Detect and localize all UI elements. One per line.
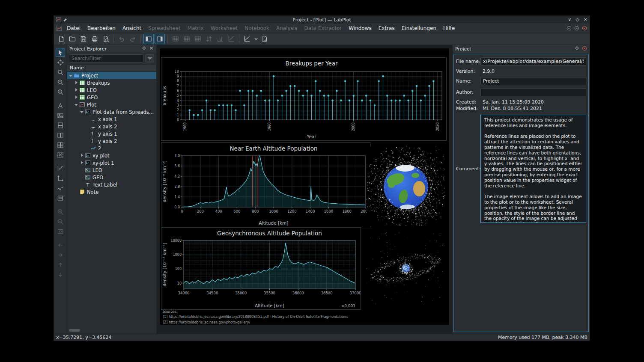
tree-item-project[interactable]: Project [67, 72, 156, 79]
menu-notebook: Notebook [241, 24, 273, 32]
sources-text-label[interactable]: Sources:[1] https://orbitaldebris.jsc.na… [163, 309, 348, 325]
shade-button[interactable]: ∨ [568, 16, 571, 23]
menu-bearbeiten[interactable]: Bearbeiten [84, 24, 119, 32]
tree-item-x-axis-1[interactable]: x axis 1 [67, 116, 156, 123]
zoom-y-select-tool-button[interactable] [56, 87, 65, 96]
expander-open-icon[interactable] [74, 102, 79, 107]
float-dock-icon[interactable] [575, 46, 579, 52]
add-image-tool-button[interactable] [56, 111, 65, 120]
menu-ansicht[interactable]: Ansicht [119, 24, 145, 32]
expander-closed-icon[interactable] [74, 95, 79, 100]
tree-item-label: LEO [92, 167, 102, 173]
plot-icon [85, 109, 91, 115]
scrollbar-thumb[interactable] [69, 329, 80, 332]
add-text-label-tool-button[interactable] [56, 101, 65, 110]
properties-header[interactable]: Project [453, 45, 590, 53]
crosshair-tool-button[interactable] [56, 58, 65, 67]
grid-layout-tool-button[interactable] [56, 140, 65, 149]
menu-circle-dot-icon[interactable] [574, 26, 579, 31]
geo-debris-image[interactable] [367, 232, 445, 304]
tree-item-geo[interactable]: GEO [67, 174, 156, 181]
horizontal-scrollbar[interactable] [68, 329, 155, 332]
tree-item-plot[interactable]: Plot [67, 101, 156, 108]
svg-text:Altitude [km]: Altitude [km] [255, 303, 284, 308]
expander-closed-icon[interactable] [74, 80, 79, 85]
pin-icon[interactable] [63, 18, 68, 22]
statusbar: x=35.7291, y=3.45624 Memory used 177 MB,… [54, 334, 590, 341]
svg-text:2000: 2000 [352, 122, 355, 131]
tree-column-header[interactable]: Name [67, 64, 156, 71]
expander-closed-icon[interactable] [80, 153, 84, 158]
break-layout-tool-button[interactable] [56, 150, 65, 159]
add-legend-tool-button[interactable] [56, 193, 65, 202]
select-tool-button[interactable] [56, 48, 65, 57]
zoom-x-select-tool-button[interactable] [56, 77, 65, 86]
svg-text:2.8: 2.8 [174, 185, 180, 189]
plot-type-dropdown-button[interactable] [253, 34, 259, 44]
undo-button [116, 34, 127, 44]
tree-item-2[interactable]: 2 [67, 145, 156, 152]
expander-open-icon[interactable] [80, 110, 84, 114]
menu-hilfe[interactable]: Hilfe [440, 24, 458, 32]
tree-item-breakups[interactable]: Breakups [67, 79, 156, 86]
search-input[interactable] [69, 54, 143, 62]
tree-item-label: xy-plot 1 [92, 160, 114, 166]
name-input[interactable] [480, 77, 586, 85]
filter-options-button[interactable] [145, 54, 154, 62]
tree-item-text-label[interactable]: TText Label [67, 181, 156, 188]
zoom-select-tool-button[interactable] [56, 68, 65, 77]
tree-item-label: Plot [87, 102, 96, 108]
close-dock-icon[interactable] [582, 46, 587, 52]
comment-textarea[interactable]: This project demonstrates the usage of r… [480, 115, 586, 223]
tree-item-leo[interactable]: LEO [67, 166, 156, 174]
add-curve-tool-button[interactable] [56, 184, 65, 193]
tree-item-note[interactable]: Note [67, 188, 156, 196]
svg-text:800: 800 [252, 209, 259, 214]
tree-item-y-axis-2[interactable]: y axis 2 [67, 137, 156, 145]
maximize-button[interactable]: ◇ [575, 16, 579, 23]
tree-item-label: Project [81, 73, 98, 79]
worksheet-view[interactable]: Breakups per Year19601980200020200123456… [157, 45, 453, 334]
menu-circle-minus-icon[interactable] [566, 26, 572, 31]
titlebar[interactable]: Project - [Plot] — LabPlot ∨ ◇ × [54, 16, 590, 24]
near-earth-debris-image[interactable] [367, 146, 445, 226]
chart-breakups-per-year[interactable]: Breakups per Year19601980200020200123456… [161, 58, 446, 140]
close-button[interactable]: × [584, 16, 587, 23]
save-project-button[interactable] [78, 34, 89, 44]
chart-geosynchronous-altitude[interactable]: Geosynchronous Altitude Population340003… [161, 228, 361, 309]
print-preview-button[interactable] [101, 34, 111, 44]
tree-item-geo[interactable]: GEO [67, 94, 156, 101]
add-axis-tool-button[interactable] [56, 174, 65, 183]
toggle-properties-explorer-button[interactable] [155, 34, 165, 44]
close-dock-icon[interactable] [149, 46, 154, 52]
tree-item-x-axis-2[interactable]: x axis 2 [67, 123, 156, 130]
tree-item-y-axis-1[interactable]: y axis 1 [67, 130, 156, 137]
float-dock-icon[interactable] [142, 46, 146, 52]
expander-open-icon[interactable] [69, 73, 73, 78]
vertical-layout-tool-button[interactable] [56, 121, 65, 130]
menu-datei[interactable]: Datei [63, 24, 84, 32]
tree-item-xy-plot[interactable]: xy-plot [67, 152, 156, 159]
file-name-input[interactable] [480, 57, 586, 65]
open-project-button[interactable] [67, 34, 78, 44]
expander-closed-icon[interactable] [80, 160, 84, 165]
menu-windows[interactable]: Windows [345, 24, 375, 32]
author-input[interactable] [480, 88, 586, 96]
print-button[interactable] [89, 34, 100, 44]
worksheet-icon [79, 102, 85, 107]
menu-einstellungen[interactable]: Einstellungen [398, 24, 440, 32]
horizontal-layout-tool-button[interactable] [56, 131, 65, 139]
tree-item-plot-data-from-spreadsheet[interactable]: Plot data from Spreadsheet [67, 108, 156, 116]
menu-extras[interactable]: Extras [375, 24, 398, 32]
new-project-button[interactable] [56, 34, 66, 44]
expander-closed-icon[interactable] [74, 88, 79, 92]
chart-near-earth-altitude[interactable]: Near Earth Altitude Population0200400600… [161, 143, 370, 227]
add-plot-button[interactable] [242, 34, 252, 44]
tree-item-xy-plot-1[interactable]: xy-plot 1 [67, 159, 156, 166]
toggle-project-explorer-button[interactable] [143, 34, 154, 44]
add-plot-tool-button[interactable] [56, 164, 65, 173]
menu-circle-close-icon[interactable] [582, 26, 587, 31]
tree-item-leo[interactable]: LEO [67, 86, 156, 94]
project-explorer-header[interactable]: Project Explorer [67, 45, 156, 53]
export-worksheet-button[interactable] [259, 34, 270, 44]
